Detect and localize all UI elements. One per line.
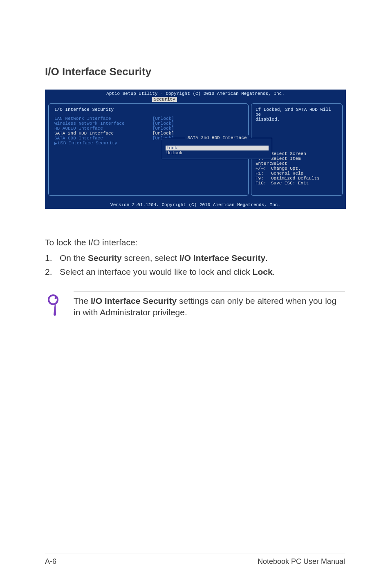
intro-paragraph: To lock the I/O interface: xyxy=(45,238,345,247)
io-item-lan[interactable]: LAN Network Interface [Unlock] xyxy=(54,116,242,121)
key-glyph: Enter: xyxy=(256,161,271,166)
io-item-value: [Unlock] xyxy=(152,121,174,126)
bios-screenshot: Aptio Setup Utility - Copyright (C) 2010… xyxy=(45,90,346,209)
io-item-label: SATA ODD Interface xyxy=(54,136,152,141)
steps-list: 1. On the Security screen, select I/O In… xyxy=(45,253,345,277)
manual-title: Notebook PC User Manual xyxy=(258,557,345,566)
popup-option-unlock[interactable]: Unlcok xyxy=(166,150,269,155)
page-number: A-6 xyxy=(45,557,56,566)
note-callout: The I/O Interface Security settings can … xyxy=(45,292,345,322)
svg-point-0 xyxy=(49,295,58,304)
bios-title-bar: Aptio Setup Utility - Copyright (C) 2010… xyxy=(45,90,346,96)
io-item-label: SATA 2nd HDD Interface xyxy=(54,131,152,136)
svg-point-1 xyxy=(55,297,57,299)
key-text: Change Opt. xyxy=(271,166,301,171)
page-heading: I/O Interface Security xyxy=(45,65,345,78)
help-text-line1: If Locked, 2nd SATA HDD will be xyxy=(256,107,338,117)
key-glyph: F10: xyxy=(256,181,271,186)
io-item-label: LAN Network Interface xyxy=(54,116,152,121)
io-item-value: [Unlock] xyxy=(152,126,174,131)
key-text: Save ESC: Exit xyxy=(271,181,309,186)
list-number: 2. xyxy=(45,267,60,277)
io-item-label: Wireless Network Interface xyxy=(54,121,152,126)
key-glyph: F9: xyxy=(256,176,271,181)
popup-option-lock[interactable]: Lock xyxy=(166,146,269,150)
key-text: Optimized Defaults xyxy=(271,176,320,181)
list-text: Select an interface you would like to lo… xyxy=(60,267,275,277)
list-item: 2. Select an interface you would like to… xyxy=(45,267,345,277)
io-item-value: [Unlock] xyxy=(152,131,174,136)
key-text: Select xyxy=(271,161,287,166)
bios-popup-dialog: SATA 2nd HDD Interface Lock Unlcok xyxy=(162,138,272,159)
popup-title: SATA 2nd HDD Interface xyxy=(185,135,249,140)
io-security-title: I/O Interface Security xyxy=(54,107,242,112)
bios-tab-row: Security xyxy=(45,97,346,102)
io-item-hdaudio[interactable]: HD AUDIO Interface [Unlock] xyxy=(54,126,242,131)
key-text: General Help xyxy=(271,171,303,176)
list-number: 1. xyxy=(45,253,60,263)
io-item-label: HD AUDIO Interface xyxy=(54,126,152,131)
magnifier-icon xyxy=(45,292,74,318)
tab-security[interactable]: Security xyxy=(152,97,177,102)
note-text: The I/O Interface Security settings can … xyxy=(74,292,345,322)
list-text: On the Security screen, select I/O Inter… xyxy=(60,253,268,263)
key-glyph: +/—: xyxy=(256,166,271,171)
submenu-arrow-icon: ▶ xyxy=(54,141,57,146)
list-item: 1. On the Security screen, select I/O In… xyxy=(45,253,345,263)
io-item-wireless[interactable]: Wireless Network Interface [Unlock] xyxy=(54,121,242,126)
key-text: Select Screen xyxy=(271,151,306,156)
key-glyph: F1: xyxy=(256,171,271,176)
io-submenu-label: USB Interface Security xyxy=(58,141,156,146)
bios-footer: Version 2.01.1204. Copyright (C) 2010 Am… xyxy=(45,202,346,207)
io-item-value: [Unlock] xyxy=(152,116,174,121)
key-text: Select Item xyxy=(271,156,301,161)
page-footer: A-6 Notebook PC User Manual xyxy=(45,554,345,566)
help-text-line2: disabled. xyxy=(256,117,338,122)
